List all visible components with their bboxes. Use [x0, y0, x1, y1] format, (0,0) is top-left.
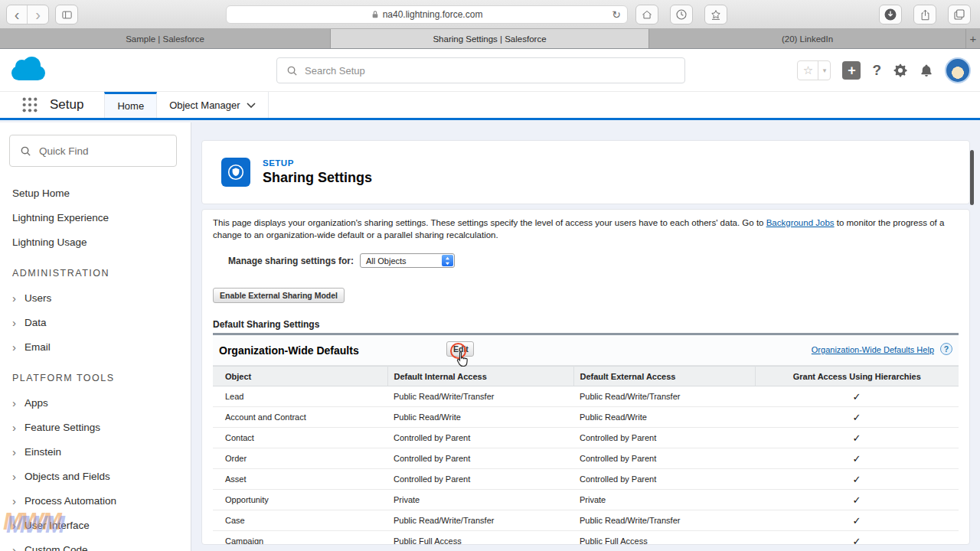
owd-section: Organization-Wide Defaults Edit Organiza…	[213, 333, 959, 545]
cell-external: Controlled by Parent	[573, 428, 755, 448]
chevron-right-icon: ›	[12, 446, 16, 458]
setup-gear-button[interactable]	[893, 63, 908, 78]
cell-hierarchies: ✓	[755, 490, 959, 510]
sharing-settings-icon	[221, 158, 250, 187]
cell-object: Contact	[213, 428, 387, 448]
cell-external: Controlled by Parent	[573, 469, 755, 490]
cell-internal: Public Read/Write/Transfer	[387, 510, 573, 531]
favorites-bar-button[interactable]	[704, 5, 727, 24]
tab-object-manager[interactable]: Object Manager	[157, 92, 269, 118]
favorites-combo-button[interactable]: ☆ ▾	[797, 60, 831, 80]
reload-icon[interactable]: ↻	[612, 8, 621, 21]
share-button[interactable]	[913, 5, 936, 24]
tabs-icon	[953, 8, 965, 21]
downloads-button[interactable]	[879, 5, 902, 24]
sidebar-toggle-button[interactable]	[55, 5, 78, 24]
app-launcher-icon[interactable]	[21, 96, 38, 113]
column-header-external: Default External Access	[573, 367, 755, 386]
tab-overview-button[interactable]	[948, 5, 971, 24]
browser-tab-2[interactable]: (20) LinkedIn	[649, 29, 966, 48]
sidebar-item-feature-settings[interactable]: ›Feature Settings	[0, 415, 191, 439]
check-icon: ✓	[853, 432, 861, 444]
browser-tab-1[interactable]: Sharing Settings | Salesforce	[331, 29, 649, 48]
enable-external-sharing-button[interactable]: Enable External Sharing Model	[213, 288, 345, 303]
sidebar-item-label: Einstein	[24, 446, 61, 458]
sidebar-item-user-interface[interactable]: ›User Interface	[0, 513, 191, 537]
table-row: OrderControlled by ParentControlled by P…	[213, 448, 959, 469]
browser-tab-0[interactable]: Sample | Salesforce	[0, 29, 331, 48]
notifications-button[interactable]	[920, 64, 933, 77]
check-icon: ✓	[853, 494, 861, 506]
content-card: This page displays your organization's s…	[201, 209, 970, 545]
sidebar-item-label: ADMINISTRATION	[12, 268, 109, 279]
chevron-right-icon: ›	[12, 520, 16, 531]
sidebar-item-objects-and-fields[interactable]: ›Objects and Fields	[0, 464, 191, 488]
scrollbar-thumb[interactable]	[970, 150, 974, 205]
forward-button[interactable]: ›	[28, 5, 48, 24]
cell-hierarchies: ✓	[755, 428, 959, 448]
manage-sharing-select[interactable]: All Objects	[360, 253, 455, 268]
cell-external: Public Read/Write	[573, 407, 755, 428]
quick-find-input[interactable]	[39, 145, 176, 157]
table-row: Account and ContractPublic Read/WritePub…	[213, 407, 959, 428]
sidebar-item-label: Custom Code	[24, 544, 88, 551]
cell-external: Controlled by Parent	[573, 448, 755, 469]
search-input[interactable]	[305, 65, 684, 77]
chevron-right-icon: ›	[12, 422, 16, 433]
sidebar-item-users[interactable]: ›Users	[0, 285, 191, 310]
table-row: ContactControlled by ParentControlled by…	[213, 428, 959, 448]
sidebar-item-data[interactable]: ›Data	[0, 310, 191, 334]
cell-hierarchies: ✓	[755, 448, 959, 469]
browser-toolbar: ‹ › na40.lightning.force.com ↻	[0, 0, 980, 29]
home-icon	[641, 9, 653, 21]
sidebar-item-apps[interactable]: ›Apps	[0, 390, 191, 415]
back-button[interactable]: ‹	[7, 5, 28, 24]
help-circle-icon[interactable]: ?	[940, 343, 952, 355]
help-button[interactable]: ?	[872, 62, 881, 79]
cell-hierarchies: ✓	[755, 531, 959, 546]
table-row: CasePublic Read/Write/TransferPublic Rea…	[213, 510, 959, 531]
sidebar-item-lightning-usage[interactable]: Lightning Usage	[0, 230, 191, 254]
table-row: AssetControlled by ParentControlled by P…	[213, 469, 959, 490]
chevron-down-icon	[247, 103, 256, 108]
sidebar-item-lightning-experience[interactable]: Lightning Experience	[0, 205, 191, 230]
sidebar-section-label: PLATFORM TOOLS	[0, 366, 191, 390]
check-icon: ✓	[853, 536, 861, 546]
sidebar-item-custom-code[interactable]: ›Custom Code	[0, 537, 191, 551]
sidebar-section-label: ADMINISTRATION	[0, 261, 191, 285]
cell-hierarchies: ✓	[755, 469, 959, 490]
sidebar-item-label: PLATFORM TOOLS	[12, 373, 115, 383]
app-name: Setup	[50, 97, 83, 112]
quick-find-box[interactable]	[9, 135, 177, 167]
sidebar-item-einstein[interactable]: ›Einstein	[0, 439, 191, 464]
sidebar-item-email[interactable]: ›Email	[0, 334, 191, 359]
user-avatar[interactable]	[945, 57, 971, 83]
setup-nav-bar: Setup Home Object Manager	[0, 92, 980, 120]
owd-help-link[interactable]: Organization-Wide Defaults Help	[812, 345, 934, 354]
favorite-star-icon: ☆	[798, 61, 818, 80]
page-header-card: SETUP Sharing Settings	[201, 140, 970, 204]
global-actions-button[interactable]: +	[842, 61, 861, 80]
page-eyebrow: SETUP	[263, 158, 372, 168]
chevron-right-icon: ›	[12, 471, 16, 482]
page-title: Sharing Settings	[263, 170, 372, 186]
sidebar-item-process-automation[interactable]: ›Process Automation	[0, 488, 191, 513]
sidebar-item-label: Users	[24, 292, 51, 304]
page-description: This page displays your organization's s…	[202, 210, 969, 241]
chevron-right-icon: ›	[12, 544, 16, 551]
cell-external: Public Read/Write/Transfer	[573, 510, 755, 531]
owd-title: Organization-Wide Defaults	[219, 344, 359, 357]
cell-internal: Controlled by Parent	[387, 428, 573, 448]
cell-hierarchies: ✓	[755, 407, 959, 428]
address-bar[interactable]: na40.lightning.force.com ↻	[226, 5, 628, 24]
browser-home-button[interactable]	[635, 5, 658, 24]
background-jobs-link[interactable]: Background Jobs	[766, 218, 835, 227]
sidebar-nav: Setup HomeLightning ExperienceLightning …	[0, 181, 191, 551]
back-icon: ‹	[15, 7, 20, 22]
new-tab-button[interactable]: +	[966, 29, 980, 48]
global-search-box[interactable]	[276, 57, 685, 83]
tab-home[interactable]: Home	[104, 92, 157, 118]
history-button[interactable]	[670, 5, 693, 24]
sidebar-item-label: User Interface	[24, 520, 90, 531]
sidebar-item-setup-home[interactable]: Setup Home	[0, 181, 191, 205]
